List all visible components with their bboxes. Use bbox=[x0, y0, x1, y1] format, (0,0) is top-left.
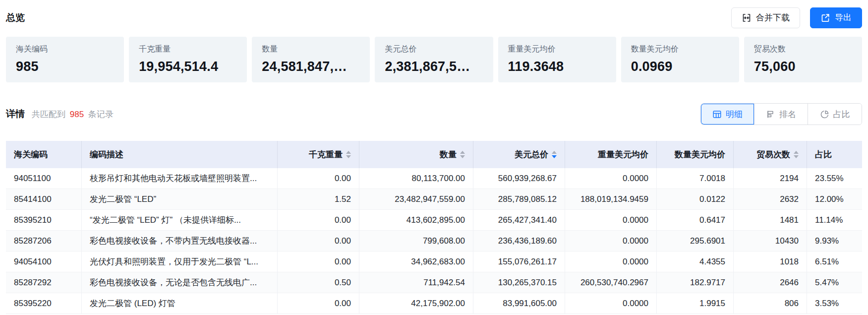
details-title: 详情 bbox=[6, 108, 25, 121]
cell-share: 3.53% bbox=[807, 293, 862, 314]
cell-description: 发光二极管 (LED) 灯管 bbox=[82, 293, 278, 314]
sort-icon bbox=[794, 151, 799, 158]
cell-share: 23.55% bbox=[807, 168, 862, 189]
column-label: 贸易次数 bbox=[756, 149, 790, 160]
cell-usd-total: 265,427,341.40 bbox=[473, 210, 565, 230]
table-header: 海关编码编码描述千克重量数量美元总价重量美元均价数量美元均价贸易次数占比 bbox=[6, 141, 862, 168]
table-row: 85395220发光二极管 (LED) 灯管0.0042,175,902.008… bbox=[6, 293, 862, 314]
cell-share: 5.47% bbox=[807, 272, 862, 293]
cell-trade-count: 2194 bbox=[734, 168, 807, 189]
view-tab-detail[interactable]: 明细 bbox=[701, 104, 754, 125]
merge-download-label: 合并下载 bbox=[756, 12, 790, 23]
column-header-usd-avg-qty: 数量美元均价 bbox=[657, 141, 734, 168]
cell-quantity: 711,942.54 bbox=[359, 272, 473, 293]
cell-usd-avg-qty: 1.9915 bbox=[657, 293, 734, 314]
view-tab-label: 排名 bbox=[779, 109, 796, 120]
stat-card: 海关编码 985 bbox=[6, 37, 124, 82]
view-tab-label: 明细 bbox=[726, 109, 743, 120]
stat-card-value: 119.3648 bbox=[508, 59, 606, 74]
view-tab-label: 占比 bbox=[833, 109, 850, 120]
stat-card-value: 75,060 bbox=[754, 59, 852, 74]
cell-hs-code: 85395220 bbox=[6, 293, 82, 314]
table-row: 85414100发光二极管 “LED”1.5223,482,947,559.00… bbox=[6, 189, 862, 210]
matched-count: 985 bbox=[68, 110, 86, 119]
cell-description: “发光二极管 “LED” 灯” （未提供详细标... bbox=[82, 210, 278, 230]
data-table: 海关编码编码描述千克重量数量美元总价重量美元均价数量美元均价贸易次数占比 940… bbox=[6, 141, 862, 315]
merge-download-button[interactable]: 合并下载 bbox=[731, 7, 800, 28]
cell-kg-weight: 0.00 bbox=[278, 168, 359, 189]
cell-usd-avg-qty: 7.0018 bbox=[657, 168, 734, 189]
stat-card-label: 数量美元均价 bbox=[631, 44, 729, 55]
cell-hs-code: 85287206 bbox=[6, 231, 82, 251]
cell-hs-code: 94051100 bbox=[6, 168, 82, 189]
column-header-usd-total[interactable]: 美元总价 bbox=[473, 141, 565, 168]
cell-hs-code: 85395210 bbox=[6, 210, 82, 230]
table-row: 85395210“发光二极管 “LED” 灯” （未提供详细标...0.0041… bbox=[6, 210, 862, 231]
column-header-usd-avg-weight: 重量美元均价 bbox=[565, 141, 657, 168]
cell-usd-avg-qty: 0.0122 bbox=[657, 189, 734, 209]
cell-usd-avg-weight: 0.0000 bbox=[565, 231, 657, 251]
view-tab-ranking[interactable]: 排名 bbox=[754, 104, 808, 125]
stat-card-value: 0.0969 bbox=[631, 59, 729, 74]
matched-records-text: 共匹配到 985 条记录 bbox=[32, 109, 114, 120]
column-header-share: 占比 bbox=[807, 141, 862, 168]
table-row: 94054100光伏灯具和照明装置，仅用于发光二极管 “L...0.0034,9… bbox=[6, 252, 862, 272]
cell-quantity: 23,482,947,559.00 bbox=[359, 189, 473, 209]
ranking-icon bbox=[766, 110, 775, 119]
stat-card-value: 24,581,847,… bbox=[262, 59, 360, 74]
matched-prefix: 共匹配到 bbox=[32, 110, 65, 119]
stat-card-label: 美元总价 bbox=[385, 44, 483, 55]
view-tab-share[interactable]: 占比 bbox=[808, 104, 862, 125]
cell-description: 光伏灯具和照明装置，仅用于发光二极管 “L... bbox=[82, 252, 278, 272]
column-header-quantity[interactable]: 数量 bbox=[359, 141, 473, 168]
cell-usd-avg-qty: 4.4355 bbox=[657, 252, 734, 272]
cell-hs-code: 85287292 bbox=[6, 272, 82, 293]
cell-trade-count: 1018 bbox=[734, 252, 807, 272]
column-label: 重量美元均价 bbox=[598, 149, 648, 160]
matched-suffix: 条记录 bbox=[88, 110, 114, 119]
cell-usd-avg-weight: 0.0000 bbox=[565, 168, 657, 189]
cell-share: 12.00% bbox=[807, 189, 862, 209]
cell-kg-weight: 0.00 bbox=[278, 252, 359, 272]
cell-share: 11.14% bbox=[807, 210, 862, 230]
cell-usd-avg-qty: 295.6901 bbox=[657, 231, 734, 251]
cell-hs-code: 94054100 bbox=[6, 252, 82, 272]
cell-share: 9.93% bbox=[807, 231, 862, 251]
cell-kg-weight: 0.00 bbox=[278, 293, 359, 314]
stat-card: 数量 24,581,847,… bbox=[252, 37, 370, 82]
column-label: 数量 bbox=[440, 149, 457, 160]
stat-card-value: 19,954,514.4 bbox=[139, 59, 237, 74]
cell-description: 发光二极管 “LED” bbox=[82, 189, 278, 209]
stat-card-label: 海关编码 bbox=[16, 44, 114, 55]
cell-trade-count: 806 bbox=[734, 293, 807, 314]
column-label: 海关编码 bbox=[14, 149, 48, 160]
topbar-actions: 合并下载 导出 bbox=[731, 7, 862, 28]
page: 总览 合并下载 导出 bbox=[0, 0, 868, 315]
column-label: 美元总价 bbox=[515, 149, 548, 160]
sort-icon bbox=[552, 151, 557, 158]
cell-trade-count: 10430 bbox=[734, 231, 807, 251]
table-body: 94051100枝形吊灯和其他电动天花板或墙壁照明装置...0.0080,113… bbox=[6, 168, 862, 314]
stat-card: 重量美元均价 119.3648 bbox=[498, 37, 616, 82]
cell-quantity: 80,113,700.00 bbox=[359, 168, 473, 189]
column-label: 编码描述 bbox=[90, 149, 123, 160]
cell-usd-total: 130,265,370.15 bbox=[473, 272, 565, 293]
stat-card: 数量美元均价 0.0969 bbox=[621, 37, 739, 82]
cell-usd-avg-weight: 260,530,740.2967 bbox=[565, 272, 657, 293]
stat-card-label: 重量美元均价 bbox=[508, 44, 606, 55]
export-button[interactable]: 导出 bbox=[810, 7, 862, 28]
cell-description: 彩色电视接收设备，无论是否包含无线电广... bbox=[82, 272, 278, 293]
cell-kg-weight: 0.00 bbox=[278, 231, 359, 251]
sort-icon bbox=[346, 151, 351, 158]
cell-trade-count: 2632 bbox=[734, 189, 807, 209]
cell-quantity: 413,602,895.00 bbox=[359, 210, 473, 230]
column-header-trade-count[interactable]: 贸易次数 bbox=[734, 141, 807, 168]
cell-usd-total: 83,991,605.00 bbox=[473, 293, 565, 314]
cell-hs-code: 85414100 bbox=[6, 189, 82, 209]
column-header-hs-code: 海关编码 bbox=[6, 141, 82, 168]
cell-usd-total: 155,076,261.17 bbox=[473, 252, 565, 272]
stat-cards: 海关编码 985 千克重量 19,954,514.4 数量 24,581,847… bbox=[6, 37, 862, 82]
cell-usd-total: 285,789,085.12 bbox=[473, 189, 565, 209]
column-header-kg-weight[interactable]: 千克重量 bbox=[278, 141, 359, 168]
stat-card-label: 千克重量 bbox=[139, 44, 237, 55]
